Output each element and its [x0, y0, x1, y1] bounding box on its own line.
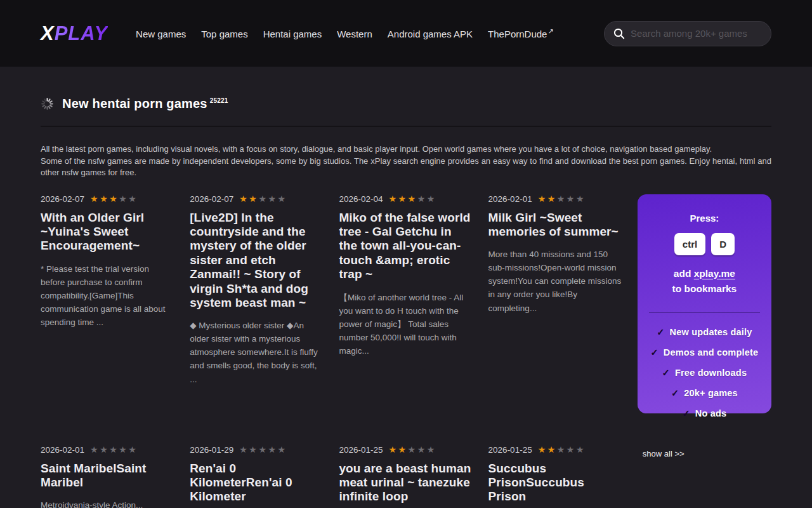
star-icon: ★: [547, 194, 557, 204]
game-date: 2026-02-07: [190, 194, 233, 204]
nav-item[interactable]: Western: [337, 27, 373, 39]
feature-label: Demos and complete: [664, 347, 758, 358]
star-icon: ★: [566, 444, 576, 455]
star-icon: ★: [398, 194, 408, 204]
checkmark-icon: ✓: [650, 347, 658, 358]
feature-label: Free downloads: [675, 368, 747, 378]
xplay-me-link[interactable]: xplay.me: [694, 268, 735, 279]
star-icon: ★: [398, 444, 408, 455]
main-nav: New games Top games Hentai games Western…: [136, 27, 604, 39]
star-icon: ★: [427, 194, 436, 204]
game-title-link[interactable]: you are a beast human meat urinal ~ tane…: [339, 462, 473, 504]
nav-item[interactable]: New games: [136, 27, 187, 39]
title-divider: [41, 126, 771, 127]
game-card[interactable]: 2026-01-29 ★★★★★ Ren'ai 0 KilometerRen'a…: [190, 445, 324, 508]
external-link-arrow-icon: ↗: [547, 27, 553, 35]
search-icon: [613, 28, 625, 39]
promo-press-label: Press:: [646, 213, 763, 224]
search-input[interactable]: [631, 28, 762, 39]
promo-keys: ctrl D: [646, 233, 763, 255]
site-logo[interactable]: XPLAY: [41, 22, 108, 45]
star-icon: ★: [278, 194, 287, 204]
star-rating: ★★★★★: [90, 194, 138, 203]
game-card[interactable]: 2026-02-07 ★★★★★ With an Older Girl ~Yui…: [41, 194, 174, 413]
game-card-meta: 2026-02-07 ★★★★★: [41, 194, 174, 204]
nav-item[interactable]: ThePornDude↗: [488, 27, 554, 39]
logo-play: PLAY: [55, 22, 108, 44]
star-icon: ★: [278, 444, 287, 455]
feature-label: New updates daily: [670, 327, 752, 337]
games-grid: Press: ctrl D add xplay.me to bookmarks …: [41, 194, 771, 508]
star-icon: ★: [268, 194, 277, 204]
star-rating: ★★★★★: [90, 445, 138, 454]
game-title-link[interactable]: [Live2D] In the countryside and the myst…: [190, 211, 324, 311]
promo-add-text: add xplay.me to bookmarks: [646, 266, 763, 297]
star-icon: ★: [388, 194, 398, 204]
nav-item[interactable]: Top games: [201, 27, 248, 39]
game-card[interactable]: 2026-02-01 ★★★★★ Saint MaribelSaint Mari…: [41, 445, 174, 508]
game-date: 2026-02-01: [41, 445, 84, 455]
game-card[interactable]: 2026-01-25 ★★★★★ you are a beast human m…: [339, 445, 473, 508]
game-title-link[interactable]: Ren'ai 0 KilometerRen'ai 0 Kilometer: [190, 462, 324, 504]
page-title-text: New hentai porn games: [62, 97, 207, 110]
feature-item: ✓20k+ games: [646, 388, 763, 398]
star-icon: ★: [249, 194, 258, 204]
game-card[interactable]: 2026-02-01 ★★★★★ Milk Girl ~Sweet memori…: [488, 194, 622, 413]
game-card[interactable]: 2026-02-04 ★★★★★ Miko of the false world…: [339, 194, 473, 413]
game-card-meta: 2026-02-04 ★★★★★: [339, 194, 473, 204]
search-box[interactable]: [604, 21, 771, 46]
feature-item: ✓Free downloads: [646, 368, 763, 378]
game-card-meta: 2026-01-29 ★★★★★: [190, 445, 324, 455]
game-card[interactable]: 2026-01-25 ★★★★★ Succubus PrisonSuccubus…: [488, 445, 622, 508]
nav-item[interactable]: Android games APK: [388, 27, 473, 39]
star-icon: ★: [90, 444, 100, 455]
feature-item: ✓No ads: [646, 408, 763, 418]
game-title-link[interactable]: Succubus PrisonSuccubus Prison: [488, 462, 622, 504]
star-icon: ★: [408, 444, 417, 455]
star-icon: ★: [109, 194, 119, 204]
star-icon: ★: [249, 444, 258, 455]
nav-item-label: Top games: [201, 29, 247, 39]
star-icon: ★: [258, 444, 268, 455]
game-description: Metroidvania-style Action...: [41, 498, 174, 508]
star-icon: ★: [128, 194, 138, 204]
spinner-icon: [41, 97, 54, 110]
nav-item-label: ThePornDude: [488, 29, 547, 39]
star-icon: ★: [239, 194, 249, 204]
game-title-link[interactable]: Miko of the false world tree - Gal Getch…: [339, 211, 473, 282]
star-icon: ★: [576, 194, 586, 204]
star-icon: ★: [100, 194, 109, 204]
game-description: ◆ Mysterious older sister ◆An older sist…: [190, 319, 324, 385]
game-title-link[interactable]: Milk Girl ~Sweet memories of summer~: [488, 211, 622, 239]
feature-list: ✓New updates daily ✓Demos and complete ✓…: [646, 327, 763, 418]
star-icon: ★: [258, 194, 268, 204]
star-icon: ★: [427, 444, 436, 455]
star-rating: ★★★★★: [538, 194, 586, 203]
feature-label: 20k+ games: [684, 388, 738, 398]
checkmark-icon: ✓: [657, 327, 664, 337]
star-icon: ★: [576, 444, 586, 455]
star-icon: ★: [417, 444, 427, 455]
game-card[interactable]: 2026-02-07 ★★★★★ [Live2D] In the country…: [190, 194, 324, 413]
game-card-meta: 2026-02-01 ★★★★★: [41, 445, 174, 455]
intro-line-2: Some of the nsfw games are made by indep…: [41, 156, 771, 179]
show-all-link[interactable]: show all >>: [638, 445, 684, 458]
star-icon: ★: [538, 194, 547, 204]
games-count-badge: 25221: [210, 97, 228, 104]
nav-item-label: New games: [136, 29, 186, 39]
page-title: New hentai porn games25221: [62, 97, 228, 111]
star-rating: ★★★★★: [388, 194, 436, 203]
game-date: 2026-01-25: [488, 445, 532, 455]
star-icon: ★: [90, 194, 100, 204]
game-description: * Please test the trial version before p…: [41, 262, 174, 329]
nav-item[interactable]: Hentai games: [263, 27, 323, 39]
nav-item-label: Western: [337, 29, 372, 39]
game-title-link[interactable]: With an Older Girl ~Yuina's Sweet Encour…: [41, 211, 174, 253]
star-rating: ★★★★★: [239, 445, 287, 454]
star-icon: ★: [119, 444, 128, 455]
checkmark-icon: ✓: [682, 408, 690, 418]
checkmark-icon: ✓: [662, 368, 670, 378]
game-title-link[interactable]: Saint MaribelSaint Maribel: [41, 462, 174, 490]
feature-label: No ads: [695, 408, 727, 418]
star-icon: ★: [119, 194, 128, 204]
